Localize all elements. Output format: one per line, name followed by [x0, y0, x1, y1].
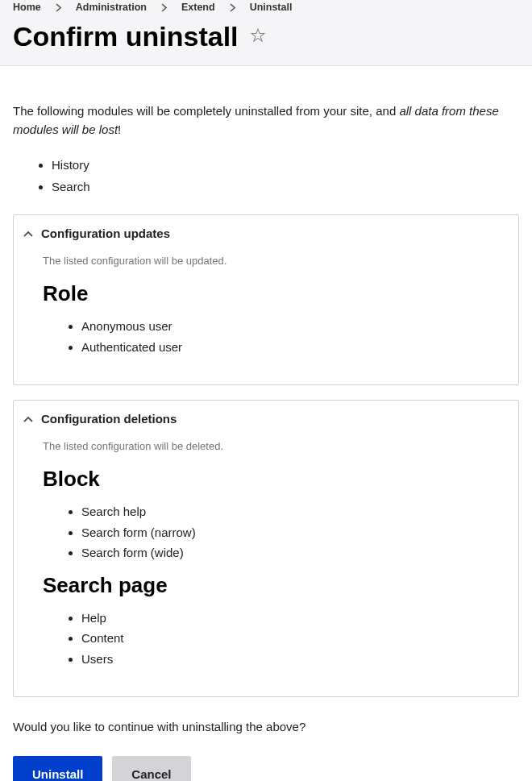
list-item: Help: [81, 608, 489, 629]
section-heading-search-page: Search page: [43, 573, 489, 598]
panel-desc-updates: The listed configuration will be updated…: [43, 255, 489, 267]
chevron-right-icon: [56, 3, 61, 12]
panel-body-updates: The listed configuration will be updated…: [14, 251, 518, 384]
list-item: Users: [81, 649, 489, 670]
breadcrumb-home[interactable]: Home: [13, 2, 41, 13]
list-item: Content: [81, 628, 489, 649]
panel-title-updates: Configuration updates: [41, 226, 170, 240]
panel-body-deletions: The listed configuration will be deleted…: [14, 437, 518, 696]
list-item: Search: [52, 176, 519, 198]
page-title: Confirm uninstall: [13, 21, 239, 52]
breadcrumb: Home Administration Extend Uninstall: [13, 0, 519, 21]
title-row: Confirm uninstall: [13, 21, 519, 52]
item-list-role: Anonymous user Authenticated user: [43, 316, 489, 357]
list-item: History: [52, 154, 519, 177]
intro-post: !: [118, 123, 121, 136]
section-heading-block: Block: [43, 467, 489, 492]
intro-text: The following modules will be completely…: [13, 102, 519, 139]
list-item: Authenticated user: [81, 337, 489, 358]
module-list: History Search: [13, 154, 519, 199]
star-icon[interactable]: [250, 27, 266, 47]
panel-header-deletions[interactable]: Configuration deletions: [14, 401, 518, 437]
chevron-right-icon: [161, 3, 167, 12]
intro-pre: The following modules will be completely…: [13, 104, 399, 118]
button-row: Uninstall Cancel: [13, 756, 519, 781]
chevron-up-icon: [23, 416, 33, 422]
item-list-search-page: Help Content Users: [43, 608, 489, 670]
panel-header-updates[interactable]: Configuration updates: [14, 215, 518, 251]
confirm-text: Would you like to continue with uninstal…: [13, 720, 519, 733]
cancel-button[interactable]: Cancel: [112, 756, 190, 781]
main-content: The following modules will be completely…: [0, 66, 532, 781]
chevron-right-icon: [230, 3, 235, 12]
panel-desc-deletions: The listed configuration will be deleted…: [43, 440, 489, 452]
panel-config-deletions: Configuration deletions The listed confi…: [13, 400, 519, 697]
list-item: Anonymous user: [81, 316, 489, 337]
section-heading-role: Role: [43, 281, 489, 306]
breadcrumb-uninstall[interactable]: Uninstall: [250, 2, 293, 13]
breadcrumb-administration[interactable]: Administration: [76, 2, 147, 13]
page-header: Home Administration Extend Uninstall Con…: [0, 0, 532, 66]
breadcrumb-extend[interactable]: Extend: [181, 2, 215, 13]
list-item: Search help: [81, 501, 489, 522]
panel-title-deletions: Configuration deletions: [41, 412, 177, 426]
chevron-up-icon: [23, 231, 33, 237]
uninstall-button[interactable]: Uninstall: [13, 756, 102, 781]
item-list-block: Search help Search form (narrow) Search …: [43, 501, 489, 563]
panel-config-updates: Configuration updates The listed configu…: [13, 214, 519, 385]
list-item: Search form (wide): [81, 542, 489, 563]
list-item: Search form (narrow): [81, 522, 489, 543]
